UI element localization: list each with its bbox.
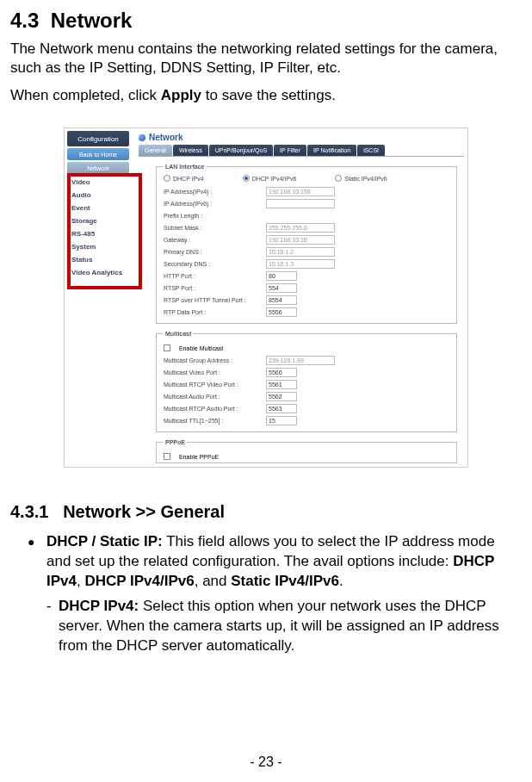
multicast-group-input[interactable]: 239.128.1.99 bbox=[266, 356, 335, 365]
content-title: Network bbox=[135, 128, 467, 145]
screenshot-sidebar: Configuration Back to Home Network Video… bbox=[65, 128, 132, 467]
radio-static[interactable] bbox=[335, 175, 342, 182]
ip-address-ipv4-input[interactable]: 192.168.10.158 bbox=[266, 187, 335, 196]
multicast-audio-port-input[interactable]: 5562 bbox=[266, 392, 297, 401]
screenshot-content: Network General Wireless UPnP/Bonjour/Qo… bbox=[135, 128, 467, 467]
highlight-box bbox=[67, 173, 142, 289]
tab-ipfilter[interactable]: IP Filter bbox=[274, 145, 306, 156]
dash-list: DHCP IPv4: Select this option when your … bbox=[10, 597, 522, 656]
subsection-heading: 4.3.1 Network >> General bbox=[10, 502, 522, 522]
pppoe-fieldset: PPPoE Enable PPPoE bbox=[156, 439, 457, 463]
page-number: - 23 - bbox=[0, 754, 532, 770]
multicast-rtcp-audio-port-input[interactable]: 5563 bbox=[266, 404, 297, 413]
primary-dns-input[interactable]: 10.10.1.2 bbox=[266, 247, 335, 257]
tab-upnp[interactable]: UPnP/Bonjour/QoS bbox=[209, 145, 273, 156]
tab-ipnotification[interactable]: IP Notification bbox=[307, 145, 356, 156]
multicast-legend: Multicast bbox=[164, 331, 193, 337]
lan-legend: LAN Interface bbox=[164, 164, 207, 170]
tab-bar: General Wireless UPnP/Bonjour/QoS IP Fil… bbox=[139, 145, 467, 156]
config-button[interactable]: Configuration bbox=[67, 131, 129, 146]
multicast-video-port-input[interactable]: 5560 bbox=[266, 368, 297, 377]
subnet-mask-input[interactable]: 255.255.255.0 bbox=[266, 223, 335, 233]
ip-address-ipv6-input[interactable] bbox=[266, 199, 335, 208]
rtp-data-port-input[interactable]: 5556 bbox=[266, 307, 297, 317]
gateway-input[interactable]: 192.168.10.10 bbox=[266, 235, 335, 245]
ip-mode-radios: DHCP IPv4 DHCP IPv4/IPv6 Static IPv4/IPv… bbox=[164, 175, 449, 182]
intro-paragraph-2: When completed, click Apply to save the … bbox=[10, 86, 522, 105]
tab-panel: LAN Interface DHCP IPv4 DHCP IPv4/IPv6 S… bbox=[139, 156, 464, 463]
back-to-home-button[interactable]: Back to Home bbox=[67, 148, 129, 160]
multicast-rtcp-video-port-input[interactable]: 5561 bbox=[266, 380, 297, 389]
dash-item-dhcp-ipv4: DHCP IPv4: Select this option when your … bbox=[46, 597, 522, 656]
screenshot-figure: Configuration Back to Home Network Video… bbox=[10, 127, 522, 468]
radio-dhcp-ipv4ipv6[interactable] bbox=[243, 175, 250, 182]
intro-paragraph-1: The Network menu contains the networking… bbox=[10, 40, 522, 78]
bullet-icon bbox=[139, 134, 145, 141]
radio-dhcp-ipv4[interactable] bbox=[164, 175, 170, 182]
tab-iscsi[interactable]: iSCSI bbox=[357, 145, 385, 156]
secondary-dns-input[interactable]: 10.10.1.3 bbox=[266, 259, 335, 269]
multicast-fieldset: Multicast Enable Multicast Multicast Gro… bbox=[156, 331, 457, 432]
bullet-list: DHCP / Static IP: This field allows you … bbox=[10, 532, 522, 592]
http-port-input[interactable]: 80 bbox=[266, 271, 297, 281]
section-heading: 4.3 Network bbox=[10, 9, 522, 33]
sidebar-item-network[interactable]: Network bbox=[67, 162, 129, 174]
app-screenshot: Configuration Back to Home Network Video… bbox=[64, 127, 468, 468]
rtsp-port-input[interactable]: 554 bbox=[266, 283, 297, 293]
enable-multicast-checkbox[interactable] bbox=[164, 344, 170, 351]
enable-pppoe-checkbox[interactable] bbox=[164, 453, 170, 460]
lan-fieldset: LAN Interface DHCP IPv4 DHCP IPv4/IPv6 S… bbox=[156, 164, 457, 324]
tab-wireless[interactable]: Wireless bbox=[173, 145, 208, 156]
bullet-item-dhcp: DHCP / Static IP: This field allows you … bbox=[28, 532, 522, 592]
rtsp-http-tunnel-port-input[interactable]: 8554 bbox=[266, 295, 297, 305]
pppoe-legend: PPPoE bbox=[164, 439, 187, 445]
tab-general[interactable]: General bbox=[139, 145, 172, 156]
multicast-ttl-input[interactable]: 15 bbox=[266, 416, 297, 425]
